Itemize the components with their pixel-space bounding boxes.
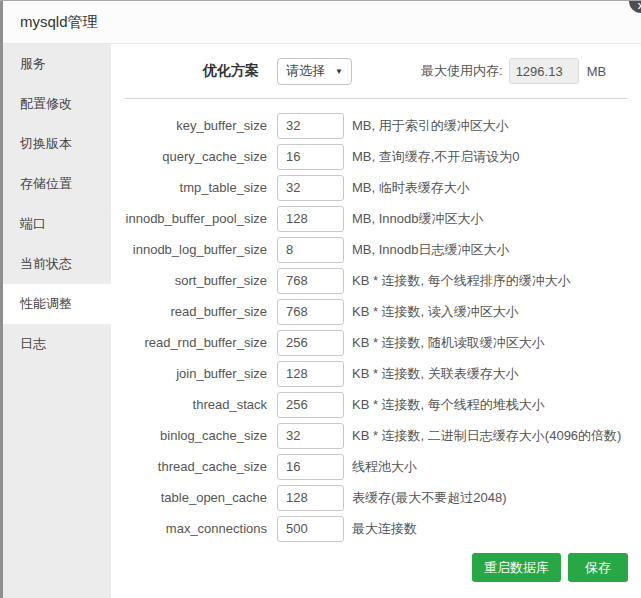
field-description: KB * 连接数, 读入缓冲区大小: [352, 303, 519, 321]
field-description: KB * 连接数, 每个线程的堆栈大小: [352, 396, 545, 414]
window-header: mysqld管理: [0, 1, 641, 44]
form-row: table_open_cache 表缓存(最大不要超过2048): [111, 482, 641, 513]
field-label: query_cache_size: [111, 149, 267, 164]
form-row: binlog_cache_size KB * 连接数, 二进制日志缓存大小(40…: [111, 420, 641, 451]
max-memory-unit: MB: [587, 64, 607, 79]
sidebar-item-0[interactable]: 服务: [3, 44, 111, 84]
sidebar-item-2[interactable]: 切换版本: [3, 124, 111, 164]
sidebar-item-1[interactable]: 配置修改: [3, 84, 111, 124]
field-label: thread_cache_size: [111, 459, 267, 474]
window-edge-strip: [0, 1, 3, 598]
optimization-plan-select[interactable]: 请选择 ▼: [277, 58, 352, 85]
form-row: innodb_buffer_pool_size MB, Innodb缓冲区大小: [111, 203, 641, 234]
form-row: tmp_table_size MB, 临时表缓存大小: [111, 172, 641, 203]
form-row: innodb_log_buffer_size MB, Innodb日志缓冲区大小: [111, 234, 641, 265]
max-memory-input: [509, 58, 579, 84]
save-button[interactable]: 保存: [568, 553, 628, 582]
field-description: MB, 查询缓存,不开启请设为0: [352, 148, 520, 166]
form-row: read_buffer_size KB * 连接数, 读入缓冲区大小: [111, 296, 641, 327]
form-rows: key_buffer_size MB, 用于索引的缓冲区大小 query_cac…: [111, 110, 641, 544]
sidebar-item-5[interactable]: 当前状态: [3, 244, 111, 284]
window-title: mysqld管理: [20, 1, 98, 43]
form-row: query_cache_size MB, 查询缓存,不开启请设为0: [111, 141, 641, 172]
field-input[interactable]: [277, 516, 344, 542]
field-label: read_rnd_buffer_size: [111, 335, 267, 350]
field-description: KB * 连接数, 每个线程排序的缓冲大小: [352, 272, 571, 290]
field-input[interactable]: [277, 485, 344, 511]
form-row: max_connections 最大连接数: [111, 513, 641, 544]
field-input[interactable]: [277, 423, 344, 449]
max-memory-label: 最大使用内存:: [421, 62, 503, 80]
form-row: thread_cache_size 线程池大小: [111, 451, 641, 482]
field-label: binlog_cache_size: [111, 428, 267, 443]
form-row: sort_buffer_size KB * 连接数, 每个线程排序的缓冲大小: [111, 265, 641, 296]
field-label: innodb_log_buffer_size: [111, 242, 267, 257]
field-description: 表缓存(最大不要超过2048): [352, 489, 507, 507]
sidebar-item-7[interactable]: 日志: [3, 324, 111, 364]
field-input[interactable]: [277, 144, 344, 170]
field-description: KB * 连接数, 随机读取缓冲区大小: [352, 334, 545, 352]
sidebar-item-4[interactable]: 端口: [3, 204, 111, 244]
close-icon: ✕: [636, 0, 641, 13]
field-label: read_buffer_size: [111, 304, 267, 319]
form-row: key_buffer_size MB, 用于索引的缓冲区大小: [111, 110, 641, 141]
divider: [125, 98, 627, 99]
sidebar-item-3[interactable]: 存储位置: [3, 164, 111, 204]
field-label: thread_stack: [111, 397, 267, 412]
restart-database-button[interactable]: 重启数据库: [472, 553, 561, 582]
field-description: KB * 连接数, 二进制日志缓存大小(4096的倍数): [352, 427, 621, 445]
field-label: table_open_cache: [111, 490, 267, 505]
form-row: join_buffer_size KB * 连接数, 关联表缓存大小: [111, 358, 641, 389]
field-label: innodb_buffer_pool_size: [111, 211, 267, 226]
sidebar: 服务配置修改切换版本存储位置端口当前状态性能调整日志: [3, 44, 111, 598]
field-description: MB, Innodb日志缓冲区大小: [352, 241, 510, 259]
field-description: 最大连接数: [352, 520, 417, 538]
form-row: thread_stack KB * 连接数, 每个线程的堆栈大小: [111, 389, 641, 420]
field-description: MB, 用于索引的缓冲区大小: [352, 117, 509, 135]
action-buttons: 重启数据库 保存: [472, 553, 628, 582]
field-description: MB, Innodb缓冲区大小: [352, 210, 484, 228]
field-input[interactable]: [277, 175, 344, 201]
field-label: max_connections: [111, 521, 267, 536]
optimization-plan-label: 优化方案: [203, 62, 259, 80]
field-input[interactable]: [277, 454, 344, 480]
field-input[interactable]: [277, 361, 344, 387]
mysqld-manager-window: mysqld管理 ✕ 服务配置修改切换版本存储位置端口当前状态性能调整日志 优化…: [0, 0, 641, 598]
field-label: sort_buffer_size: [111, 273, 267, 288]
field-input[interactable]: [277, 392, 344, 418]
field-input[interactable]: [277, 299, 344, 325]
field-description: MB, 临时表缓存大小: [352, 179, 470, 197]
field-label: key_buffer_size: [111, 118, 267, 133]
toolbar: 优化方案 请选择 ▼ 最大使用内存: MB: [111, 44, 641, 98]
sidebar-item-6[interactable]: 性能调整: [3, 284, 111, 324]
chevron-down-icon: ▼: [335, 67, 343, 76]
field-description: KB * 连接数, 关联表缓存大小: [352, 365, 519, 383]
field-label: tmp_table_size: [111, 180, 267, 195]
field-input[interactable]: [277, 206, 344, 232]
field-input[interactable]: [277, 268, 344, 294]
field-input[interactable]: [277, 113, 344, 139]
field-input[interactable]: [277, 237, 344, 263]
form-row: read_rnd_buffer_size KB * 连接数, 随机读取缓冲区大小: [111, 327, 641, 358]
main-panel: 优化方案 请选择 ▼ 最大使用内存: MB key_buffer_size MB…: [111, 44, 641, 598]
field-description: 线程池大小: [352, 458, 417, 476]
optimization-plan-value: 请选择: [286, 62, 335, 80]
field-input[interactable]: [277, 330, 344, 356]
field-label: join_buffer_size: [111, 366, 267, 381]
